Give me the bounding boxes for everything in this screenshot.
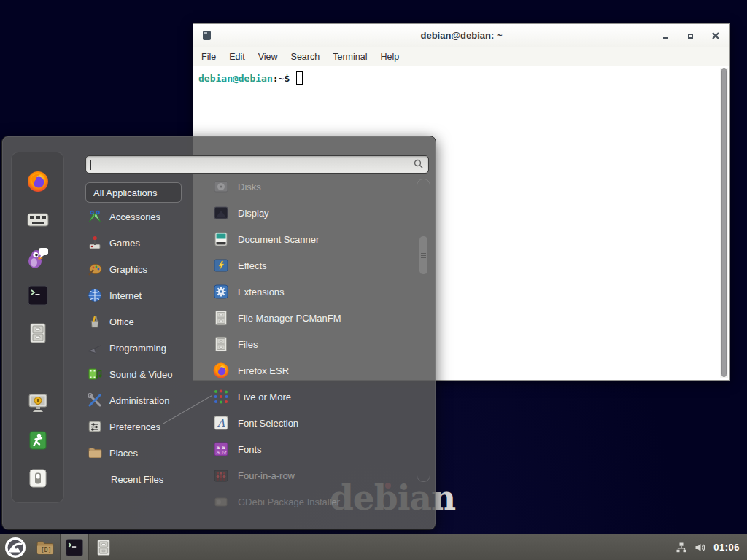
menu-terminal[interactable]: Terminal — [326, 49, 374, 65]
five-or-more-icon — [212, 388, 230, 405]
fonts-icon: a aa & — [212, 440, 230, 458]
lock-screen-icon[interactable] — [26, 391, 50, 414]
category-list: Accessories Games Graphics Internet Offi… — [85, 203, 206, 492]
category-preferences[interactable]: Preferences — [85, 413, 206, 440]
terminal-titlebar[interactable]: debian@debian: ~ — [193, 24, 729, 47]
sound-video-icon — [87, 366, 103, 382]
search-input[interactable] — [91, 156, 414, 173]
svg-text:a &: a & — [217, 449, 227, 456]
file-cabinet-icon — [212, 335, 230, 353]
network-icon[interactable] — [676, 542, 687, 553]
maximize-icon[interactable] — [686, 32, 694, 40]
disks-icon — [212, 178, 230, 195]
office-icon — [87, 314, 103, 330]
terminal-scrollbar-thumb[interactable] — [721, 68, 727, 377]
firefox-icon — [212, 362, 230, 379]
app-document-scanner[interactable]: Document Scanner — [212, 226, 415, 252]
terminal-cursor — [296, 71, 303, 85]
file-cabinet-icon — [212, 309, 230, 327]
category-sound-video[interactable]: Sound & Video — [85, 361, 206, 387]
terminal-menubar: File Edit View Search Terminal Help — [193, 47, 729, 66]
games-icon — [87, 235, 103, 251]
app-extensions[interactable]: Extensions — [212, 279, 415, 305]
log-out-icon[interactable] — [26, 429, 50, 452]
app-search-box[interactable] — [85, 155, 429, 174]
window-title: debian@debian: ~ — [193, 30, 729, 41]
app-four-in-a-row[interactable]: Four-in-a-row — [212, 462, 415, 489]
search-icon — [414, 158, 423, 171]
application-list: Disks Display Document Scanner Effects E… — [212, 174, 415, 515]
menu-help[interactable]: Help — [374, 49, 406, 65]
terminal-scrollbar[interactable] — [720, 68, 728, 378]
graphics-icon — [87, 261, 103, 277]
category-recent-files[interactable]: Recent Files — [85, 466, 206, 492]
menu-search[interactable]: Search — [285, 49, 327, 65]
window-controls — [662, 24, 719, 47]
category-internet[interactable]: Internet — [85, 282, 206, 308]
category-office[interactable]: Office — [85, 308, 206, 335]
places-icon — [87, 445, 103, 461]
font-selection-icon: A — [212, 414, 230, 432]
display-icon — [212, 204, 230, 222]
extensions-icon — [212, 283, 230, 300]
document-scanner-icon — [212, 230, 230, 248]
app-font-selection[interactable]: A Font Selection — [212, 410, 415, 436]
terminal-icon[interactable] — [26, 284, 50, 307]
accessories-icon — [87, 209, 103, 225]
file-manager-pcmanfm-launcher[interactable]: [D] — [31, 534, 60, 560]
svg-text:A: A — [217, 417, 225, 429]
menu-edit[interactable]: Edit — [222, 49, 252, 65]
minimize-icon[interactable] — [662, 32, 670, 40]
category-games[interactable]: Games — [85, 230, 206, 256]
menu-view[interactable]: View — [252, 49, 285, 65]
app-display[interactable]: Display — [212, 200, 415, 226]
taskbar-launchers: [D] — [0, 534, 118, 560]
app-fonts[interactable]: a aa & Fonts — [212, 436, 415, 462]
four-in-a-row-icon — [212, 467, 230, 484]
gdebi-icon — [212, 493, 230, 510]
app-file-manager-pcmanfm[interactable]: File Manager PCManFM — [212, 305, 415, 331]
terminal-launcher[interactable] — [60, 534, 89, 560]
category-graphics[interactable]: Graphics — [85, 256, 206, 282]
all-applications-button[interactable]: All Applications — [85, 182, 182, 203]
menu-button[interactable] — [0, 534, 31, 560]
internet-icon — [87, 287, 103, 303]
prompt-user-host: debian@debian — [198, 73, 273, 84]
effects-icon — [212, 257, 230, 274]
taskbar-tray: 01:06 — [676, 541, 747, 554]
menu-file[interactable]: File — [195, 49, 222, 65]
programming-icon — [87, 340, 103, 356]
app-five-or-more[interactable]: Five or More — [212, 384, 415, 410]
shell-prompt: debian@debian:~$ — [198, 71, 727, 85]
favorites-sidebar — [11, 152, 64, 503]
administration-icon — [87, 392, 103, 408]
shut-down-icon[interactable] — [26, 467, 50, 490]
app-disks[interactable]: Disks — [212, 174, 415, 200]
file-cabinet-icon[interactable] — [26, 322, 50, 345]
firefox-icon[interactable] — [26, 170, 50, 193]
app-list-scrollbar[interactable] — [417, 179, 430, 482]
keyboard-icon[interactable] — [26, 208, 50, 231]
category-programming[interactable]: Programming — [85, 335, 206, 361]
app-files[interactable]: Files — [212, 331, 415, 357]
app-gdebi-package-installer[interactable]: GDebi Package Installer — [212, 489, 415, 515]
app-list-scrollbar-thumb[interactable] — [419, 236, 428, 275]
preferences-icon — [87, 419, 103, 435]
category-accessories[interactable]: Accessories — [85, 203, 206, 230]
clock[interactable]: 01:06 — [713, 542, 740, 553]
app-firefox-esr[interactable]: Firefox ESR — [212, 357, 415, 384]
app-effects[interactable]: Effects — [212, 252, 415, 279]
files-launcher[interactable] — [89, 534, 118, 560]
desktop: debian debian@debian: ~ File Edit View S… — [0, 0, 747, 560]
pidgin-icon[interactable] — [26, 246, 50, 269]
svg-text:[D]: [D] — [41, 547, 51, 553]
close-icon[interactable] — [711, 32, 719, 40]
application-menu: All Applications Accessories Games Graph… — [1, 136, 436, 530]
taskbar: [D] 01:06 — [0, 534, 747, 560]
category-places[interactable]: Places — [85, 440, 206, 466]
volume-icon[interactable] — [694, 541, 707, 554]
